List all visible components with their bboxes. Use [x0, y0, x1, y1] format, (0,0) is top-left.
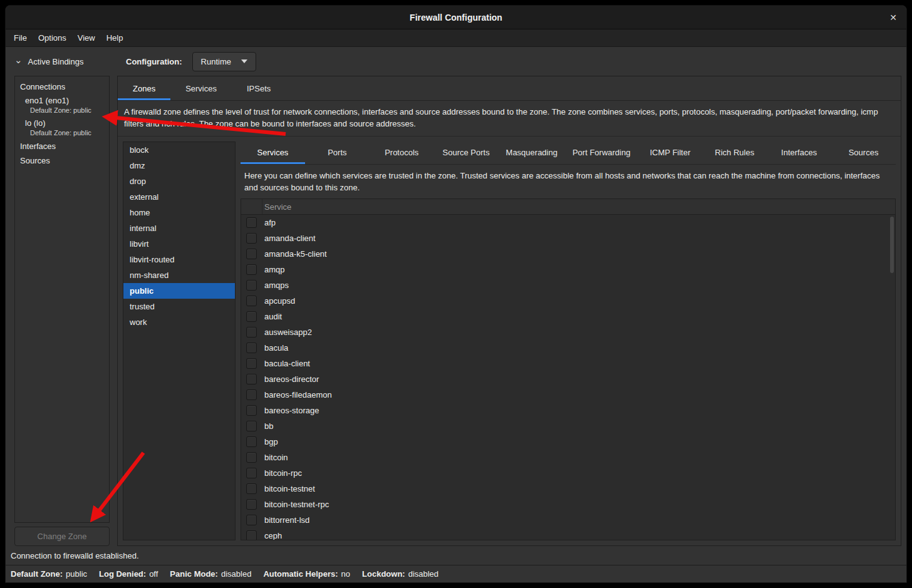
- service-checkbox[interactable]: [246, 483, 257, 494]
- menu-item[interactable]: Options: [33, 29, 72, 46]
- service-row[interactable]: bacula: [241, 340, 895, 356]
- inner-tab[interactable]: Source Ports: [434, 142, 499, 164]
- service-row[interactable]: bittorrent-lsd: [241, 512, 895, 528]
- zone-item[interactable]: external: [123, 189, 235, 205]
- connection-name: lo (lo): [25, 118, 109, 128]
- service-checkbox[interactable]: [246, 264, 257, 275]
- service-column-header[interactable]: Service: [262, 202, 291, 212]
- firewall-config-window: Firewall Configuration ✕ FileOptionsView…: [5, 5, 907, 583]
- zone-item[interactable]: libvirt: [123, 236, 235, 252]
- service-row[interactable]: amanda-client: [241, 230, 895, 246]
- inner-tab[interactable]: Masquerading: [499, 142, 565, 164]
- zone-item[interactable]: home: [123, 205, 235, 220]
- service-row[interactable]: bitcoin: [241, 450, 895, 465]
- service-checkbox[interactable]: [246, 343, 257, 353]
- inner-tab[interactable]: Sources: [831, 142, 896, 164]
- service-checkbox[interactable]: [246, 327, 257, 338]
- main-tab[interactable]: Zones: [118, 76, 170, 100]
- status-bar: Default Zone:public Log Denied:off Panic…: [6, 565, 906, 582]
- service-checkbox[interactable]: [246, 452, 257, 463]
- menu-item[interactable]: Help: [101, 29, 129, 46]
- inner-tab[interactable]: ICMP Filter: [638, 142, 702, 164]
- service-checkbox[interactable]: [246, 421, 257, 431]
- inner-tab[interactable]: Protocols: [370, 142, 434, 164]
- service-row[interactable]: bareos-filedaemon: [241, 387, 895, 403]
- zone-item[interactable]: dmz: [123, 158, 235, 173]
- inner-tab[interactable]: Port Forwarding: [565, 142, 638, 164]
- active-bindings-toggle[interactable]: ⌄ Active Bindings: [6, 57, 117, 66]
- service-row[interactable]: bitcoin-testnet: [241, 481, 895, 497]
- service-row[interactable]: bacula-client: [241, 356, 895, 371]
- zone-item[interactable]: block: [123, 142, 235, 158]
- service-row[interactable]: bareos-director: [241, 371, 895, 387]
- close-icon[interactable]: ✕: [889, 13, 897, 23]
- service-row[interactable]: afp: [241, 215, 895, 230]
- service-checkbox[interactable]: [246, 233, 257, 244]
- bindings-panel: Connections eno1 (eno1) Default Zone: pu…: [14, 76, 110, 523]
- zone-item[interactable]: libvirt-routed: [123, 252, 235, 267]
- service-row[interactable]: amqp: [241, 262, 895, 277]
- service-checkbox[interactable]: [246, 249, 257, 259]
- service-checkbox[interactable]: [246, 436, 257, 447]
- service-checkbox[interactable]: [246, 405, 257, 416]
- service-checkbox[interactable]: [246, 311, 257, 322]
- service-row[interactable]: amqps: [241, 277, 895, 293]
- main-tab[interactable]: Services: [170, 76, 232, 100]
- service-row[interactable]: bgp: [241, 434, 895, 450]
- change-zone-button[interactable]: Change Zone: [14, 527, 110, 546]
- menu-item[interactable]: View: [72, 29, 101, 46]
- inner-tab[interactable]: Interfaces: [767, 142, 831, 164]
- service-row[interactable]: bareos-storage: [241, 403, 895, 418]
- zone-item[interactable]: trusted: [123, 299, 235, 314]
- window-title: Firewall Configuration: [410, 13, 502, 23]
- service-row[interactable]: bitcoin-testnet-rpc: [241, 497, 895, 512]
- service-checkbox[interactable]: [246, 217, 257, 228]
- connection-item[interactable]: eno1 (eno1) Default Zone: public: [15, 94, 109, 116]
- service-row[interactable]: bitcoin-rpc: [241, 465, 895, 481]
- service-row[interactable]: ceph: [241, 528, 895, 540]
- menu-item[interactable]: File: [8, 29, 33, 46]
- service-row[interactable]: amanda-k5-client: [241, 246, 895, 262]
- service-checkbox[interactable]: [246, 515, 257, 525]
- service-row[interactable]: ausweisapp2: [241, 324, 895, 340]
- service-row[interactable]: audit: [241, 309, 895, 324]
- checkbox-column-header: [241, 199, 262, 214]
- service-checkbox[interactable]: [246, 468, 257, 478]
- service-row[interactable]: bb: [241, 418, 895, 434]
- inner-tab[interactable]: Services: [241, 142, 305, 164]
- service-name: afp: [264, 218, 276, 227]
- zone-item[interactable]: drop: [123, 173, 235, 189]
- sources-heading[interactable]: Sources: [15, 153, 109, 168]
- services-description: Here you can define which services are t…: [241, 165, 896, 199]
- status-message: Connection to firewalld established.: [6, 546, 906, 565]
- service-row[interactable]: apcupsd: [241, 293, 895, 309]
- status-item-value: disabled: [408, 569, 438, 579]
- main-tab[interactable]: IPSets: [232, 76, 286, 100]
- zone-item[interactable]: nm-shared: [123, 267, 235, 283]
- service-checkbox[interactable]: [246, 374, 257, 384]
- scrollbar-thumb[interactable]: [890, 217, 894, 273]
- connections-heading[interactable]: Connections: [15, 80, 109, 94]
- service-checkbox[interactable]: [246, 280, 257, 291]
- zone-item[interactable]: work: [123, 314, 235, 330]
- status-item-value: no: [341, 569, 350, 579]
- menubar: FileOptionsViewHelp: [6, 29, 906, 47]
- service-name: bgp: [264, 437, 278, 446]
- service-name: amanda-client: [264, 234, 316, 243]
- configuration-area: Configuration: Runtime: [117, 52, 256, 71]
- service-checkbox[interactable]: [246, 530, 257, 540]
- connection-item[interactable]: lo (lo) Default Zone: public: [15, 116, 109, 139]
- interfaces-heading[interactable]: Interfaces: [15, 139, 109, 153]
- chevron-down-icon: ⌄: [14, 57, 23, 63]
- service-checkbox[interactable]: [246, 499, 257, 510]
- service-checkbox[interactable]: [246, 389, 257, 400]
- inner-tab[interactable]: Rich Rules: [702, 142, 767, 164]
- zone-item[interactable]: internal: [123, 220, 235, 236]
- configuration-dropdown[interactable]: Runtime: [192, 52, 256, 71]
- service-checkbox[interactable]: [246, 358, 257, 369]
- inner-tab[interactable]: Ports: [305, 142, 370, 164]
- services-table-header: Service: [241, 199, 895, 215]
- service-checkbox[interactable]: [246, 296, 257, 306]
- zone-item[interactable]: public: [123, 283, 235, 299]
- service-name: bitcoin: [264, 453, 288, 462]
